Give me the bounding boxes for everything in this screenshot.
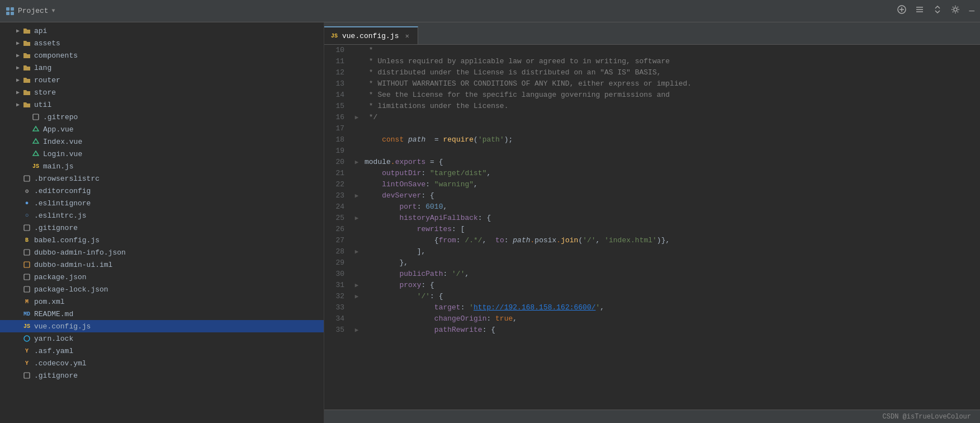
line-content: * Unless required by applicable law or a… <box>362 56 980 67</box>
line-number: 31 <box>324 280 351 291</box>
spacer <box>13 322 22 331</box>
sidebar-item-dubboadmininfo[interactable]: dubbo-admin-info.json <box>0 246 324 258</box>
yaml-icon: Y <box>22 346 31 355</box>
sidebar-item-store[interactable]: ▶ store <box>0 86 324 98</box>
svg-marker-12 <box>33 126 39 131</box>
sidebar-item-label: dubbo-admin-ui.iml <box>34 261 112 269</box>
line-content: historyApiFallback: { <box>362 213 980 224</box>
sidebar-item-assets[interactable]: ▶ assets <box>0 37 324 49</box>
file-tree: ▶ api ▶ assets ▶ components <box>0 22 324 384</box>
sidebar-item-components[interactable]: ▶ components <box>0 49 324 62</box>
sidebar-item-label: App.vue <box>43 125 74 134</box>
file-icon <box>22 223 31 232</box>
spacer <box>22 149 31 158</box>
sidebar-item-packagejson[interactable]: package.json <box>0 271 324 283</box>
sidebar-item-indexvue[interactable]: Index.vue <box>0 135 324 148</box>
sidebar-item-yarnlock[interactable]: yarn.lock <box>0 332 324 345</box>
file-icon <box>31 112 40 121</box>
line-number: 11 <box>324 56 351 67</box>
spacer <box>22 162 31 171</box>
sidebar-item-label: store <box>34 88 56 97</box>
sidebar-item-readmemd[interactable]: MD README.md <box>0 308 324 320</box>
sidebar-item-label: .gitignore <box>34 224 78 232</box>
sidebar-item-gitignore2[interactable]: .gitignore <box>0 369 324 382</box>
sidebar-item-gitrepo[interactable]: .gitrepo <box>0 111 324 123</box>
sidebar-item-appvue[interactable]: App.vue <box>0 123 324 135</box>
code-line-34: 34 changeOrigin: true, <box>324 313 980 325</box>
folder-icon <box>22 63 31 72</box>
collapse-icon[interactable] <box>915 5 924 17</box>
sidebar-item-vueconfig[interactable]: JS vue.config.js <box>0 320 324 332</box>
js-icon: JS <box>31 162 40 171</box>
editor-tabs: JS vue.config.js ✕ <box>324 22 980 45</box>
sidebar-item-codecovyml[interactable]: Y .codecov.yml <box>0 357 324 369</box>
code-line-15: 15 * limitations under the License. <box>324 101 980 112</box>
line-content: rewrites: [ <box>362 224 980 235</box>
code-line-26: 26 rewrites: [ <box>324 224 980 235</box>
code-editor[interactable]: 10 * 11 * Unless required by applicable … <box>324 45 980 410</box>
tab-close-icon[interactable]: ✕ <box>403 32 411 40</box>
spacer <box>13 297 22 306</box>
spacer <box>13 211 22 220</box>
sidebar-item-gitignore[interactable]: .gitignore <box>0 222 324 234</box>
settings-icon[interactable] <box>951 5 960 17</box>
line-gutter: ▶ <box>351 280 362 291</box>
sidebar-item-label: components <box>34 51 78 60</box>
spacer <box>13 359 22 368</box>
sidebar-item-babelconfig[interactable]: B babel.config.js <box>0 234 324 246</box>
json-icon <box>22 285 31 294</box>
line-number: 19 <box>324 145 351 157</box>
line-number: 34 <box>324 313 351 325</box>
json-icon <box>22 272 31 281</box>
eslint-icon2: ○ <box>22 211 31 220</box>
sidebar-item-lang[interactable]: ▶ lang <box>0 62 324 74</box>
line-content: port: 6010, <box>362 201 980 213</box>
arrow-icon: ▶ <box>13 100 22 109</box>
spacer <box>13 334 22 343</box>
yaml-icon: Y <box>22 359 31 368</box>
sidebar-item-dubboadminuiiml[interactable]: dubbo-admin-ui.iml <box>0 258 324 271</box>
add-icon[interactable] <box>897 5 906 17</box>
project-dropdown-icon[interactable]: ▼ <box>52 8 55 14</box>
line-number: 33 <box>324 302 351 313</box>
sidebar-item-pomxml[interactable]: M pom.xml <box>0 295 324 308</box>
xml-special-icon: M <box>22 297 31 306</box>
sidebar-item-packagelockjson[interactable]: package-lock.json <box>0 283 324 295</box>
babel-icon: B <box>22 236 31 245</box>
arrow-icon: ▶ <box>13 88 22 97</box>
sidebar: ▶ api ▶ assets ▶ components <box>0 22 324 423</box>
minimize-icon[interactable]: — <box>969 6 974 16</box>
line-number: 15 <box>324 101 351 112</box>
tab-vueconfig[interactable]: JS vue.config.js ✕ <box>324 26 418 44</box>
sidebar-item-browserslistrc[interactable]: .browserslistrc <box>0 172 324 185</box>
code-line-29: 29 }, <box>324 257 980 269</box>
line-number: 20 <box>324 157 351 168</box>
line-gutter: ▶ <box>351 213 362 224</box>
sidebar-item-label: .codecov.yml <box>34 359 87 368</box>
sidebar-item-eslintrc[interactable]: ○ .eslintrc.js <box>0 209 324 222</box>
sidebar-item-label: .gitrepo <box>43 113 78 121</box>
sidebar-item-editorconfig[interactable]: ⚙ .editorconfig <box>0 185 324 197</box>
file-icon <box>22 371 31 380</box>
sidebar-item-mainjs[interactable]: JS main.js <box>0 160 324 172</box>
sidebar-item-eslintignore[interactable]: ● .eslintignore <box>0 197 324 209</box>
code-line-35: 35 ▶ pathRewrite: { <box>324 325 980 336</box>
sidebar-item-router[interactable]: ▶ router <box>0 74 324 86</box>
folder-icon <box>22 51 31 60</box>
sidebar-item-util[interactable]: ▶ util <box>0 98 324 111</box>
sidebar-item-loginvue[interactable]: Login.vue <box>0 148 324 160</box>
md-icon: MD <box>22 309 31 318</box>
svg-rect-18 <box>24 262 30 267</box>
line-number: 12 <box>324 67 351 78</box>
titlebar: Project ▼ — <box>0 0 980 22</box>
line-content: target: 'http://192.168.158.162:6600/', <box>362 302 980 313</box>
sidebar-item-api[interactable]: ▶ api <box>0 25 324 37</box>
line-gutter: ▶ <box>351 190 362 201</box>
expand-icon[interactable] <box>933 5 942 17</box>
code-line-33: 33 target: 'http://192.168.158.162:6600/… <box>324 302 980 313</box>
line-gutter: ▶ <box>351 291 362 302</box>
sidebar-item-asfyaml[interactable]: Y .asf.yaml <box>0 345 324 357</box>
statusbar: CSDN @isTrueLoveColour <box>324 410 980 423</box>
line-number: 21 <box>324 168 351 179</box>
spacer <box>13 272 22 281</box>
